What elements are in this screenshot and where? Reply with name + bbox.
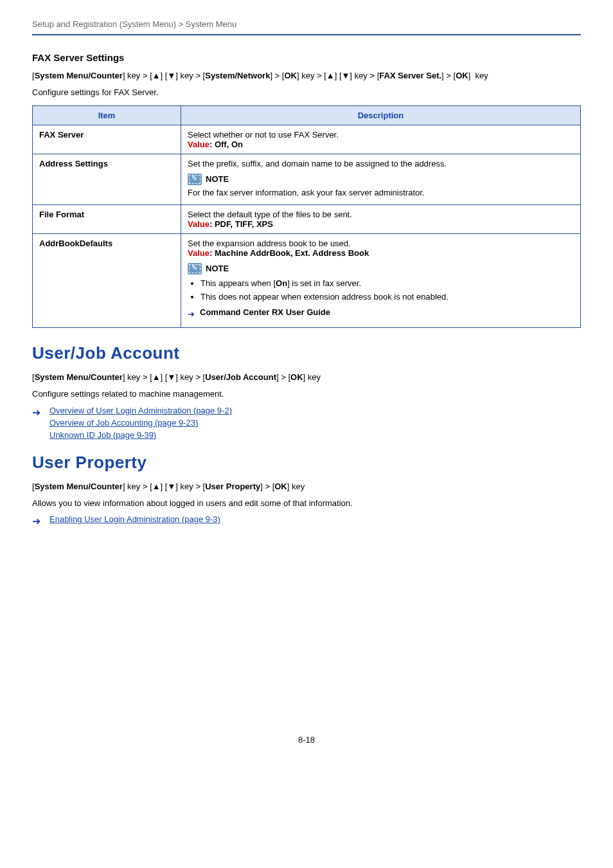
link-enabling-user-login-admin[interactable]: Enabling User Login Administration (page… [49,514,220,524]
user-property-heading: User Property [32,453,581,473]
note-text: For the fax server information, ask your… [188,188,574,197]
note-label: NOTE [206,264,229,273]
desc-text: Set the expansion address book to be use… [188,239,574,248]
note-icon [188,174,202,185]
link-overview-user-login-admin[interactable]: Overview of User Login Administration (p… [49,406,232,415]
desc-text: Select whether or not to use FAX Server. [188,130,574,140]
arrow-icon: ➜ [32,406,40,440]
link-overview-job-accounting[interactable]: Overview of Job Accounting (page 9-23) [49,418,232,428]
key-system-network: System/Network [205,71,270,80]
col-header-description: Description [181,105,581,125]
col-header-item: Item [33,105,181,125]
header-rule [32,34,581,35]
table-row: File Format Select the default type of t… [33,204,581,233]
note-bullet-2: This does not appear when extension addr… [200,291,574,303]
table-row: Address Settings Set the prefix, suffix,… [33,154,581,204]
value-label: Value [188,248,209,258]
userprop-intro: Allows you to view information about log… [32,497,581,510]
item-fax-server: FAX Server [33,125,181,154]
bullet1-post: ] is set in fax server. [287,278,361,288]
arrow-icon: ➜ [32,514,40,529]
value-body: : Machine AddrBook, Ext. Address Book [209,248,369,258]
item-address-settings: Address Settings [33,154,181,204]
desc-file-format: Select the default type of the files to … [181,204,581,233]
value-body: : PDF, TIFF, XPS [209,219,273,229]
page-number: 8-18 [32,735,581,764]
table-row: AddrBookDefaults Set the expansion addre… [33,233,581,328]
ref-command-center-guide: Command Center RX User Guide [200,307,330,317]
item-addrbook-defaults: AddrBookDefaults [33,233,181,328]
desc-text: Set the prefix, suffix, and domain name … [188,159,574,168]
key-system-menu-counter: System Menu/Counter [35,71,123,80]
note-bullet-1: This appears when [On] is set in fax ser… [200,277,574,290]
item-file-format: File Format [33,204,181,233]
breadcrumb: Setup and Registration (System Menu) > S… [32,19,581,34]
userprop-path: [System Menu/Counter] key > [▲] [▼] key … [32,480,581,493]
userjob-intro: Configure settings related to machine ma… [32,388,581,401]
key-ok: OK [284,71,297,80]
fax-settings-table: Item Description FAX Server Select wheth… [32,105,581,329]
user-job-account-heading: User/Job Account [32,343,581,363]
note-icon [188,263,202,275]
note-label: NOTE [206,174,229,184]
value-label: Value [188,140,209,149]
userjob-path: [System Menu/Counter] key > [▲] [▼] key … [32,371,581,384]
fax-server-settings-heading: FAX Server Settings [32,52,581,63]
desc-address-settings: Set the prefix, suffix, and domain name … [181,154,581,204]
desc-fax-server: Select whether or not to use FAX Server.… [181,125,581,154]
bullet1-pre: This appears when [ [200,278,276,288]
arrow-icon: ➜ [188,308,195,321]
table-row: FAX Server Select whether or not to use … [33,125,581,154]
key-fax-server-set: FAX Server Set. [379,71,441,80]
fax-path: [System Menu/Counter] key > [▲] [▼] key … [32,69,581,82]
desc-text: Select the default type of the files to … [188,210,574,219]
value-body: : Off, On [209,140,243,149]
bullet1-bold: On [276,278,287,288]
key-ok-2: OK [456,71,468,80]
link-unknown-id-job[interactable]: Unknown ID Job (page 9-39) [49,430,232,440]
value-label: Value [188,219,209,229]
fax-intro: Configure settings for FAX Server. [32,86,581,99]
desc-addrbook-defaults: Set the expansion address book to be use… [181,233,581,328]
